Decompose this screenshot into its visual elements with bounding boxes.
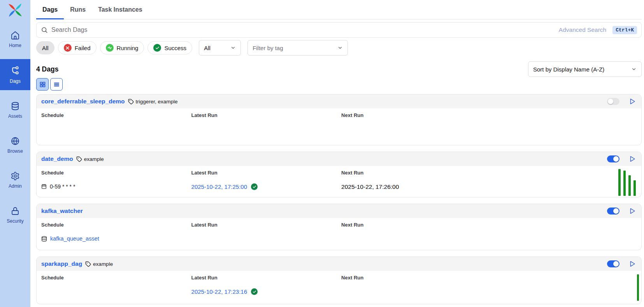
dag-tag-text: example — [84, 156, 104, 162]
sidebar-item-browse[interactable]: Browse — [0, 130, 30, 160]
run-bar[interactable] — [623, 171, 626, 196]
sort-value: Sort by Display Name (A-Z) — [533, 66, 604, 73]
sidebar-item-dags[interactable]: Dags — [0, 59, 30, 90]
shortcut-badge: Ctrl+K — [612, 26, 637, 34]
success-check-icon — [251, 183, 258, 190]
dag-pause-toggle[interactable] — [607, 98, 619, 105]
schedule-asset-link[interactable]: kafka_queue_asset — [50, 235, 99, 242]
play-icon — [629, 98, 636, 105]
trigger-dag-button[interactable] — [629, 260, 636, 267]
latest-run-column-label: Latest Run — [191, 222, 342, 228]
trigger-dag-button[interactable] — [629, 155, 636, 162]
sidebar-item-assets[interactable]: Assets — [0, 95, 30, 125]
tag-filter-select[interactable]: Filter by tag — [247, 40, 348, 56]
dag-card-date-demo: date_demo example Schedule — [36, 152, 642, 197]
dag-tags: example — [85, 261, 113, 267]
dag-icon — [10, 66, 20, 76]
sidebar-item-label: Dags — [10, 78, 21, 84]
schedule-column-label: Schedule — [41, 170, 191, 176]
dag-name-link[interactable]: date_demo — [41, 155, 73, 162]
tag-icon — [128, 99, 134, 105]
tab-runs[interactable]: Runs — [64, 6, 92, 19]
run-bar[interactable] — [618, 169, 621, 196]
tab-dags[interactable]: Dags — [36, 6, 64, 19]
sidebar-item-label: Security — [7, 218, 23, 224]
main-content: Dags Runs Task Instances Advanced Search… — [30, 0, 644, 307]
filter-chip-failed[interactable]: Failed — [58, 41, 97, 54]
filter-chip-running[interactable]: Running — [100, 41, 144, 54]
sidebar-item-label: Browse — [7, 148, 23, 154]
run-bar[interactable] — [628, 175, 631, 196]
sidebar-item-security[interactable]: Security — [0, 200, 30, 230]
chip-label: Failed — [75, 45, 91, 51]
database-icon — [11, 101, 20, 111]
search-input[interactable] — [36, 22, 642, 38]
airflow-logo[interactable] — [0, 0, 30, 24]
search-bar: Advanced Search Ctrl+K — [36, 22, 642, 38]
dag-tag-text: triggerer, example — [136, 99, 178, 105]
heading-row: 4 Dags Sort by Display Name (A-Z) — [36, 61, 642, 77]
sidebar-item-admin[interactable]: Admin — [0, 165, 30, 195]
dag-tags: example — [76, 156, 104, 162]
latest-run-column-label: Latest Run — [191, 112, 342, 118]
next-run-column-label: Next Run — [341, 112, 637, 118]
sidebar: Home Dags Assets Browse — [0, 0, 30, 307]
trigger-dag-button[interactable] — [629, 208, 636, 215]
sidebar-items: Home Dags Assets Browse — [0, 24, 30, 230]
latest-run-link[interactable]: 2025-10-22, 17:23:16 — [191, 288, 247, 295]
latest-run-link[interactable]: 2025-10-22, 17:25:00 — [191, 183, 247, 190]
success-icon — [153, 44, 161, 52]
dag-card-header: kafka_watcher — [37, 204, 641, 218]
card-view-button[interactable] — [36, 78, 49, 91]
dag-card-body: Schedule kafka_queue_asset Latest Run Ne… — [37, 218, 641, 250]
sort-select[interactable]: Sort by Display Name (A-Z) — [528, 61, 642, 77]
dag-tags: triggerer, example — [128, 99, 178, 105]
latest-run-column-label: Latest Run — [191, 275, 342, 281]
running-icon — [106, 44, 114, 52]
dag-card-header: date_demo example — [37, 152, 641, 166]
dag-pause-toggle[interactable] — [607, 208, 619, 215]
dag-card-core-deferrable-sleep-demo: core_deferrable_sleep_demo triggerer, ex… — [36, 94, 642, 145]
table-view-button[interactable] — [50, 78, 63, 91]
list-view-icon — [53, 81, 60, 88]
globe-icon — [11, 136, 20, 146]
success-check-icon — [251, 288, 258, 295]
filter-chip-all[interactable]: All — [36, 41, 54, 54]
paused-filter-select[interactable]: All — [199, 40, 241, 56]
dag-card-body: Schedule Latest Run 2025-10-22, 17:23:16… — [37, 271, 641, 304]
grid-view-icon — [39, 81, 46, 88]
sidebar-item-home[interactable]: Home — [0, 24, 30, 54]
dag-card-body: Schedule 0-59 * * * * Latest Run 2025-10… — [37, 166, 641, 197]
sidebar-item-label: Admin — [9, 183, 22, 189]
trigger-dag-button[interactable] — [629, 98, 636, 105]
airflow-pinwheel-icon — [7, 2, 23, 18]
chevron-down-icon — [230, 45, 236, 51]
schedule-column-label: Schedule — [41, 275, 191, 281]
calendar-icon — [41, 184, 47, 189]
advanced-search-link[interactable]: Advanced Search — [559, 26, 606, 33]
recent-runs-bar-chart[interactable] — [637, 274, 639, 301]
dag-tag-text: example — [93, 261, 113, 267]
chip-label: Success — [164, 45, 186, 51]
tag-icon — [76, 156, 82, 162]
failed-icon — [64, 44, 72, 52]
sidebar-item-label: Assets — [8, 113, 22, 119]
dag-pause-toggle[interactable] — [607, 260, 619, 267]
dag-card-kafka-watcher: kafka_watcher Schedule kafka_queue_asset — [36, 204, 642, 250]
dag-pause-toggle[interactable] — [607, 155, 619, 162]
dag-name-link[interactable]: core_deferrable_sleep_demo — [41, 98, 125, 105]
gear-icon — [11, 171, 20, 181]
tab-task-instances[interactable]: Task Instances — [92, 6, 149, 19]
recent-runs-bar-chart[interactable] — [618, 169, 636, 196]
dag-name-link[interactable]: sparkapp_dag — [41, 260, 82, 267]
next-run-column-label: Next Run — [341, 170, 637, 176]
filters-row: All Failed Running Success All Filter by… — [36, 40, 642, 56]
run-bar[interactable] — [633, 180, 636, 196]
filter-chip-success[interactable]: Success — [147, 41, 192, 54]
dag-name-link[interactable]: kafka_watcher — [41, 208, 83, 215]
search-right-controls: Advanced Search Ctrl+K — [559, 22, 637, 38]
dag-card-header: sparkapp_dag example — [37, 257, 641, 271]
chevron-down-icon — [337, 45, 343, 51]
run-bar[interactable] — [637, 274, 639, 301]
paused-filter-value: All — [204, 45, 211, 51]
